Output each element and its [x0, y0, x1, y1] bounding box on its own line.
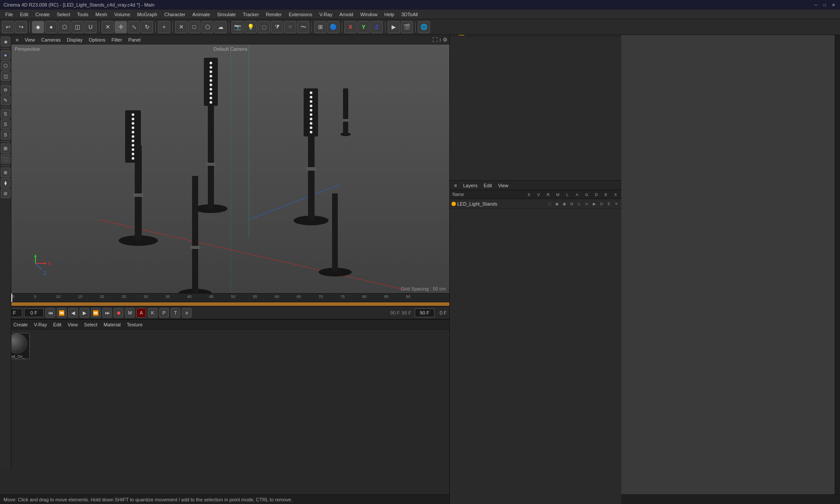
- edges-tool[interactable]: ⬡: [1, 61, 10, 70]
- autokey-button[interactable]: A: [136, 308, 146, 318]
- layer-x-icon[interactable]: ✕: [613, 202, 620, 206]
- menu-tools[interactable]: Tools: [74, 10, 92, 19]
- timeline[interactable]: 0 5 10 15 20 25 30 35 40 45 50 55 60 65 …: [11, 293, 449, 306]
- layers-layers-btn[interactable]: Layers: [460, 182, 480, 189]
- magnet-tool[interactable]: ⊘: [1, 189, 10, 198]
- menu-mesh[interactable]: Mesh: [92, 10, 111, 19]
- vp-menu-view[interactable]: View: [22, 36, 38, 43]
- move-button[interactable]: ✛: [115, 21, 127, 33]
- menu-file[interactable]: File: [2, 10, 17, 19]
- menu-volume[interactable]: Volume: [111, 10, 134, 19]
- preview-button[interactable]: P: [159, 308, 169, 318]
- vp-menu-icon[interactable]: ≡: [13, 36, 21, 43]
- free-sel-button[interactable]: ☁: [214, 21, 227, 33]
- layer-vis-icon[interactable]: ◉: [554, 202, 560, 206]
- menu-extensions[interactable]: Extensions: [285, 10, 316, 19]
- menu-simulate[interactable]: Simulate: [214, 10, 239, 19]
- paint-tool[interactable]: ✎: [1, 95, 10, 105]
- layer-g-icon[interactable]: ▶: [591, 202, 597, 206]
- redo-button[interactable]: ↪: [15, 21, 27, 33]
- menu-window[interactable]: Window: [357, 10, 381, 19]
- new-object-button[interactable]: +: [158, 21, 170, 33]
- yaxis-button[interactable]: Y: [357, 21, 370, 33]
- model-mode-button[interactable]: ◈: [32, 21, 44, 33]
- close-button[interactable]: ✕: [830, 2, 836, 8]
- light-button[interactable]: 💡: [245, 21, 257, 33]
- vp-expand-icon[interactable]: ⛶: [432, 37, 438, 43]
- layers-view-btn[interactable]: View: [495, 182, 511, 189]
- cube-tool[interactable]: ⬛: [1, 154, 10, 164]
- point-mode-button[interactable]: ●: [45, 21, 57, 33]
- menu-3dtoall[interactable]: 3DToAll: [398, 10, 421, 19]
- mat-create[interactable]: Create: [10, 321, 30, 328]
- mat-view[interactable]: View: [65, 321, 80, 328]
- menu-animate[interactable]: Animate: [189, 10, 214, 19]
- mat-select[interactable]: Select: [81, 321, 100, 328]
- timeline-ruler[interactable]: 0 5 10 15 20 25 30 35 40 45 50 55 60 65 …: [11, 294, 449, 302]
- spline-button[interactable]: 〜: [297, 21, 309, 33]
- layer-m-icon[interactable]: M: [569, 202, 575, 206]
- poly-sel-button[interactable]: ⬠: [201, 21, 214, 33]
- scene-canvas[interactable]: X Z Grid Spacing : 50 cm: [11, 45, 449, 293]
- poly-tool[interactable]: ◫: [1, 71, 10, 81]
- menu-vray[interactable]: V-Ray: [316, 10, 336, 19]
- mat-edit[interactable]: Edit: [50, 321, 64, 328]
- play-back-button[interactable]: ◀: [68, 308, 78, 318]
- mat-material[interactable]: Material: [101, 321, 123, 328]
- motion-record-button[interactable]: M: [125, 308, 135, 318]
- spiro-tool[interactable]: ⊛: [1, 168, 10, 177]
- xaxis-button[interactable]: X: [344, 21, 357, 33]
- layer-d-icon[interactable]: D: [598, 202, 605, 206]
- vp-menu-options[interactable]: Options: [86, 36, 108, 43]
- menu-edit[interactable]: Edit: [17, 10, 32, 19]
- render-button[interactable]: 🎬: [401, 21, 413, 33]
- mograph-button[interactable]: ⁘: [284, 21, 296, 33]
- uv-mode-button[interactable]: U: [84, 21, 97, 33]
- menu-tracker[interactable]: Tracker: [239, 10, 262, 19]
- vp-settings-icon[interactable]: ⚙: [443, 37, 448, 43]
- rotate-button[interactable]: ↻: [141, 21, 153, 33]
- vp-fit-icon[interactable]: ↕: [439, 37, 441, 43]
- goto-start-button[interactable]: ⏮: [46, 308, 55, 318]
- options-button[interactable]: ≡: [182, 308, 192, 318]
- material-button[interactable]: ◌: [258, 21, 270, 33]
- camera-obj-button[interactable]: 📷: [231, 21, 244, 33]
- vp-menu-cameras[interactable]: Cameras: [38, 36, 63, 43]
- points-tool[interactable]: ●: [1, 50, 10, 60]
- mat-vray[interactable]: V-Ray: [31, 321, 49, 328]
- grid-tool[interactable]: ⊞: [1, 144, 10, 153]
- layers-edit-btn[interactable]: Edit: [481, 182, 494, 189]
- render-preview-button[interactable]: ▶: [388, 21, 400, 33]
- world-view-button[interactable]: 🌐: [418, 21, 430, 33]
- sculpt3-tool[interactable]: S: [1, 130, 10, 140]
- menu-create[interactable]: Create: [32, 10, 53, 19]
- playhead[interactable]: [11, 294, 12, 302]
- vp-menu-filter[interactable]: Filter: [109, 36, 125, 43]
- deformer-button[interactable]: ⧩: [271, 21, 283, 33]
- end-frame-input[interactable]: [415, 308, 434, 317]
- menu-mograph[interactable]: MoGraph: [134, 10, 161, 19]
- menu-arnold[interactable]: Arnold: [336, 10, 357, 19]
- main-viewport[interactable]: ≡ View Cameras Display Options Filter Pa…: [11, 35, 449, 293]
- layer-render-icon[interactable]: ◉: [561, 202, 567, 206]
- sculpt-tool[interactable]: S: [1, 109, 10, 119]
- zaxis-button[interactable]: Z: [371, 21, 383, 33]
- play-forward-button[interactable]: ⏩: [91, 308, 101, 318]
- layers-icon-btn[interactable]: ≡: [452, 182, 459, 189]
- prev-frame-button[interactable]: ⏪: [57, 308, 66, 318]
- align-button[interactable]: ⊞: [314, 21, 326, 33]
- lasso-tool[interactable]: ⊖: [1, 85, 10, 94]
- vp-menu-display[interactable]: Display: [64, 36, 85, 43]
- menu-render[interactable]: Render: [262, 10, 285, 19]
- layer-e-icon[interactable]: E: [606, 202, 612, 206]
- goto-end-button[interactable]: ⏭: [102, 308, 112, 318]
- object-tool[interactable]: ◈: [1, 37, 10, 46]
- rect-sel-button[interactable]: □: [188, 21, 200, 33]
- live-sel-button[interactable]: ✕: [175, 21, 187, 33]
- menu-select[interactable]: Select: [53, 10, 74, 19]
- undo-button[interactable]: ↩: [2, 21, 14, 33]
- maximize-button[interactable]: □: [822, 2, 828, 8]
- polygon-mode-button[interactable]: ◫: [71, 21, 84, 33]
- deform-tool[interactable]: ⧫: [1, 178, 10, 188]
- keyframe-button[interactable]: K: [148, 308, 158, 318]
